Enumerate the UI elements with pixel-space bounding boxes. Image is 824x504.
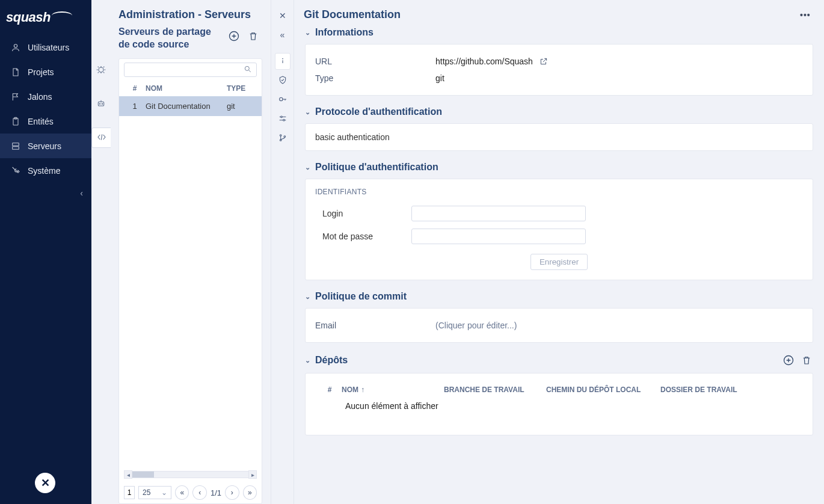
repo-col-name[interactable]: NOM↑ xyxy=(342,386,444,394)
side-tab-automation[interactable] xyxy=(91,94,111,114)
flag-icon xyxy=(11,92,20,102)
more-options-button[interactable]: ••• xyxy=(800,10,813,20)
open-external-button[interactable] xyxy=(539,57,549,66)
credentials-heading: IDENTIFIANTS xyxy=(315,188,803,196)
next-page-button[interactable]: › xyxy=(225,485,239,500)
chevrons-left-icon: « xyxy=(280,30,285,40)
dots-icon: ••• xyxy=(800,10,811,20)
svg-point-0 xyxy=(14,44,17,47)
nav-item-system[interactable]: Système xyxy=(0,158,91,183)
col-type[interactable]: TYPE xyxy=(227,84,257,93)
close-icon: ✕ xyxy=(279,11,286,20)
repo-col-index[interactable]: # xyxy=(318,386,342,394)
chevron-down-icon: ⌄ xyxy=(305,357,310,364)
close-detail-button[interactable]: ✕ xyxy=(275,7,291,24)
col-name[interactable]: NOM xyxy=(146,84,227,93)
code-icon xyxy=(97,132,106,144)
search-input[interactable] xyxy=(124,63,257,77)
horizontal-scrollbar[interactable]: ◂ ▸ xyxy=(119,470,262,479)
nav-item-milestones[interactable]: Jalons xyxy=(0,84,91,109)
save-credentials-button[interactable]: Enregistrer xyxy=(530,254,588,270)
detail-rail: ✕ « xyxy=(271,0,294,504)
plus-circle-icon xyxy=(228,30,240,42)
close-icon: ✕ xyxy=(41,476,50,490)
chevron-left-icon: ‹ xyxy=(80,188,83,198)
add-server-button[interactable] xyxy=(227,29,241,43)
section-toggle-auth-policy[interactable]: ⌄ Politique d'authentification xyxy=(305,162,813,173)
rail-branch-button[interactable] xyxy=(275,130,291,147)
collapse-detail-button[interactable]: « xyxy=(275,26,291,43)
email-label: Email xyxy=(315,321,435,330)
page-input[interactable] xyxy=(124,486,135,499)
chevron-down-icon: ⌄ xyxy=(305,293,310,301)
nav-item-users[interactable]: Utilisateurs xyxy=(0,35,91,60)
section-toggle-commit-policy[interactable]: ⌄ Politique de commit xyxy=(305,291,813,302)
user-icon xyxy=(11,43,20,52)
nav-item-servers[interactable]: Serveurs xyxy=(0,134,91,158)
side-tab-bugtracker[interactable] xyxy=(91,60,111,81)
branch-icon xyxy=(278,133,287,144)
first-page-button[interactable]: « xyxy=(175,485,189,500)
url-value[interactable]: https://github.com/Squash xyxy=(435,57,533,66)
col-index[interactable]: # xyxy=(124,84,146,93)
file-icon xyxy=(11,67,20,77)
repo-col-path[interactable]: CHEMIN DU DÉPÔT LOCAL xyxy=(546,386,660,394)
svg-point-10 xyxy=(245,66,249,70)
prev-page-button[interactable]: ‹ xyxy=(192,485,206,500)
rail-key-button[interactable] xyxy=(275,91,291,108)
svg-rect-4 xyxy=(13,146,19,149)
table-row[interactable]: 1 Git Documentation git xyxy=(119,96,262,116)
section-toggle-protocol[interactable]: ⌄ Protocole d'authentification xyxy=(305,106,813,117)
section-title: Politique de commit xyxy=(315,291,407,302)
scroll-thumb[interactable] xyxy=(132,472,154,478)
section-toggle-repos[interactable]: ⌄ Dépôts xyxy=(305,355,348,366)
clipboard-icon xyxy=(11,117,20,126)
sort-asc-icon: ↑ xyxy=(361,386,364,394)
server-icon xyxy=(11,141,20,151)
close-app-button[interactable]: ✕ xyxy=(35,473,55,493)
login-input[interactable] xyxy=(411,206,586,221)
bug-icon xyxy=(96,65,106,76)
nav-item-entities[interactable]: Entités xyxy=(0,109,91,134)
nav-item-projects[interactable]: Projets xyxy=(0,60,91,84)
auth-protocol-value[interactable]: basic authentication xyxy=(315,132,803,142)
rail-shield-button[interactable] xyxy=(275,72,291,89)
cell-index: 1 xyxy=(124,102,146,111)
scroll-right-icon[interactable]: ▸ xyxy=(248,470,257,479)
logo-swoosh-icon xyxy=(52,11,72,20)
chevron-down-icon: ⌄ xyxy=(305,29,310,37)
svg-rect-3 xyxy=(13,143,19,146)
password-input[interactable] xyxy=(411,229,586,244)
delete-server-button[interactable] xyxy=(247,29,260,43)
nav-collapse-button[interactable]: ‹ xyxy=(0,183,91,203)
chevron-down-icon: ⌄ xyxy=(305,164,310,171)
rail-info-button[interactable] xyxy=(275,53,291,70)
url-label: URL xyxy=(315,57,435,66)
section-title: Politique d'authentification xyxy=(315,162,438,173)
logo: squash xyxy=(0,0,91,35)
page-subtitle: Serveurs de partage de code source xyxy=(118,26,227,51)
section-toggle-informations[interactable]: ⌄ Informations xyxy=(305,27,813,38)
repo-col-folder[interactable]: DOSSIER DE TRAVAIL xyxy=(660,386,801,394)
trash-icon xyxy=(801,355,812,366)
chevron-down-icon: ⌄ xyxy=(305,108,310,116)
section-title: Dépôts xyxy=(315,355,348,366)
search-icon xyxy=(244,65,252,75)
type-label: Type xyxy=(315,73,435,83)
svg-point-12 xyxy=(279,97,282,100)
svg-point-5 xyxy=(99,67,103,72)
side-tab-scm[interactable] xyxy=(91,128,111,148)
email-editable[interactable]: (Cliquer pour éditer...) xyxy=(435,321,517,330)
cell-name: Git Documentation xyxy=(146,102,227,111)
last-page-button[interactable]: » xyxy=(243,485,257,500)
add-repo-button[interactable] xyxy=(782,354,795,367)
repo-col-branch[interactable]: BRANCHE DE TRAVAIL xyxy=(444,386,546,394)
wrench-icon xyxy=(11,166,20,176)
rail-settings-button[interactable] xyxy=(275,111,291,128)
type-value[interactable]: git xyxy=(435,73,444,83)
key-icon xyxy=(278,94,287,106)
scroll-left-icon[interactable]: ◂ xyxy=(124,470,132,479)
password-label: Mot de passe xyxy=(322,232,401,241)
delete-repo-button[interactable] xyxy=(800,354,813,367)
page-size-select[interactable]: 25 xyxy=(138,486,171,499)
